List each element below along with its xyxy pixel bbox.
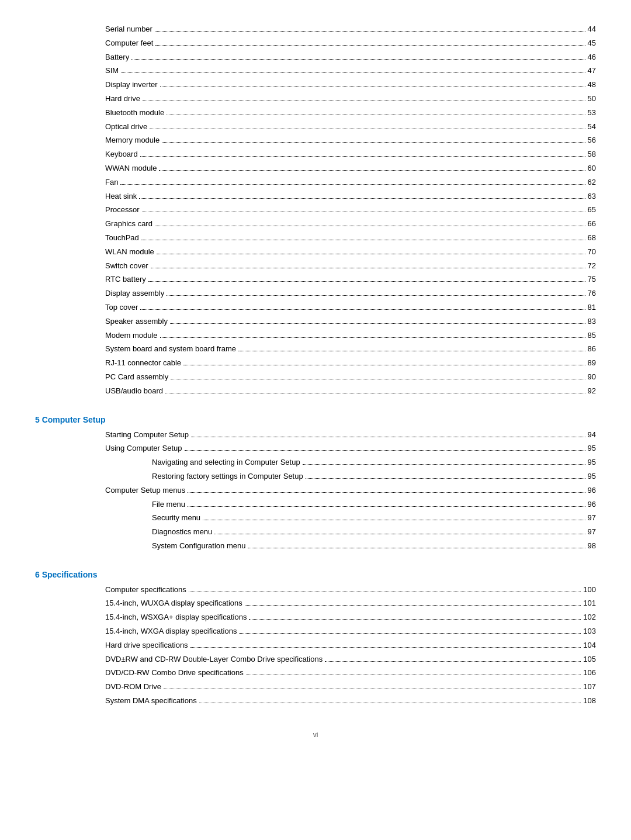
toc-entry-page: 106 <box>583 667 596 679</box>
toc-entry-page: 98 <box>588 540 596 552</box>
toc-entry-page: 63 <box>588 191 596 203</box>
toc-entry-page: 44 <box>588 23 596 36</box>
toc-dots <box>171 379 585 379</box>
toc-entry: 15.4-inch, WXGA display specifications10… <box>35 625 596 638</box>
toc-entry: TouchPad68 <box>35 232 596 244</box>
toc-entry: Security menu97 <box>35 512 596 524</box>
toc-dots <box>164 689 581 689</box>
toc-dots <box>306 478 585 479</box>
toc-entry-label: WLAN module <box>105 246 154 258</box>
toc-dots <box>190 647 581 648</box>
toc-entry-page: 58 <box>588 148 596 161</box>
toc-entry-page: 92 <box>588 385 596 397</box>
toc-dots <box>157 254 585 254</box>
toc-entry: File menu96 <box>35 499 596 511</box>
toc-dots <box>245 605 581 606</box>
toc-entry-label: Computer Setup menus <box>105 485 185 497</box>
toc-entry-page: 108 <box>583 695 596 707</box>
toc-entry: Fan62 <box>35 177 596 189</box>
toc-entry-label: System board and system board frame <box>105 343 236 355</box>
toc-dots <box>238 351 585 351</box>
section5-entries: Starting Computer Setup94Using Computer … <box>35 429 596 552</box>
toc-dots <box>191 437 585 437</box>
toc-entry: System Configuration menu98 <box>35 540 596 552</box>
toc-dots <box>140 309 585 310</box>
toc-entry-page: 66 <box>588 218 596 230</box>
toc-entry: Battery46 <box>35 51 596 64</box>
toc-entry: Using Computer Setup95 <box>35 443 596 455</box>
toc-entry-page: 96 <box>588 485 596 497</box>
toc-entry-label: PC Card assembly <box>105 371 168 383</box>
toc-entry-label: RJ-11 connector cable <box>105 357 181 369</box>
toc-entry: Hard drive specifications104 <box>35 639 596 652</box>
toc-entry: Computer specifications100 <box>35 584 596 596</box>
toc-dots <box>151 268 585 268</box>
toc-entry-label: Modem module <box>105 330 158 342</box>
toc-entry: RJ-11 connector cable89 <box>35 357 596 369</box>
toc-dots <box>188 506 585 507</box>
toc-entry: Bluetooth module53 <box>35 107 596 119</box>
toc-entry-label: Computer specifications <box>105 584 186 596</box>
toc-entry: Hard drive50 <box>35 93 596 105</box>
toc-entry-label: Security menu <box>152 512 200 524</box>
toc-entry-label: Heat sink <box>105 191 137 203</box>
toc-entry-label: Using Computer Setup <box>105 443 182 455</box>
toc-entry-page: 76 <box>588 288 596 300</box>
toc-entry-label: System Configuration menu <box>152 540 245 552</box>
toc-entry-label: Hard drive specifications <box>105 639 188 652</box>
toc-entry: Memory module56 <box>35 134 596 147</box>
toc-entry-page: 47 <box>588 65 596 77</box>
toc-entry: Keyboard58 <box>35 148 596 161</box>
toc-entry-label: USB/audio board <box>105 385 163 397</box>
section5-header: 5 Computer Setup <box>35 415 596 424</box>
toc-entry-page: 103 <box>583 625 596 638</box>
toc-entry-page: 75 <box>588 274 596 286</box>
toc-dots <box>248 548 585 548</box>
toc-entry-page: 97 <box>588 526 596 538</box>
toc-entry-page: 85 <box>588 330 596 342</box>
toc-dots <box>155 226 585 226</box>
toc-entry: Diagnostics menu97 <box>35 526 596 538</box>
toc-entry-label: System DMA specifications <box>105 695 197 707</box>
top-toc-section: Serial number44Computer feet45Battery46S… <box>35 23 596 397</box>
toc-dots <box>162 142 585 143</box>
toc-dots <box>155 31 585 32</box>
toc-entry-page: 89 <box>588 357 596 369</box>
toc-entry-page: 104 <box>583 639 596 652</box>
toc-entry: Switch cover72 <box>35 260 596 272</box>
toc-entry-label: RTC battery <box>105 274 146 286</box>
toc-entry: Navigating and selecting in Computer Set… <box>35 457 596 469</box>
toc-entry: Restoring factory settings in Computer S… <box>35 471 596 483</box>
toc-entry-page: 65 <box>588 204 596 216</box>
toc-entry-page: 81 <box>588 302 596 314</box>
toc-entry: WLAN module70 <box>35 246 596 258</box>
toc-entry-label: Navigating and selecting in Computer Set… <box>152 457 300 469</box>
toc-dots <box>131 59 585 60</box>
toc-entry-page: 68 <box>588 232 596 244</box>
toc-dots <box>142 212 585 212</box>
toc-dots <box>183 365 585 365</box>
toc-dots <box>160 337 585 338</box>
toc-dots <box>139 198 585 199</box>
toc-entry-page: 56 <box>588 134 596 147</box>
toc-entry-label: Display inverter <box>105 79 158 91</box>
toc-entry-page: 95 <box>588 457 596 469</box>
toc-entry-page: 83 <box>588 316 596 328</box>
toc-entry-label: WWAN module <box>105 163 157 175</box>
toc-entry-label: Hard drive <box>105 93 140 105</box>
toc-entry: USB/audio board92 <box>35 385 596 397</box>
toc-entry: System board and system board frame86 <box>35 343 596 355</box>
toc-dots <box>140 156 585 157</box>
toc-entry-label: DVD-ROM Drive <box>105 681 161 693</box>
toc-entry-label: Fan <box>105 177 118 189</box>
toc-dots <box>246 675 581 675</box>
toc-dots <box>155 45 585 46</box>
toc-entry-page: 70 <box>588 246 596 258</box>
toc-entry: 15.4-inch, WSXGA+ display specifications… <box>35 611 596 624</box>
page-number: vi <box>313 731 318 739</box>
toc-entry: RTC battery75 <box>35 274 596 286</box>
toc-entry-page: 107 <box>583 681 596 693</box>
toc-entry-page: 96 <box>588 499 596 511</box>
toc-entry-page: 105 <box>583 654 596 666</box>
toc-entry: Serial number44 <box>35 23 596 36</box>
